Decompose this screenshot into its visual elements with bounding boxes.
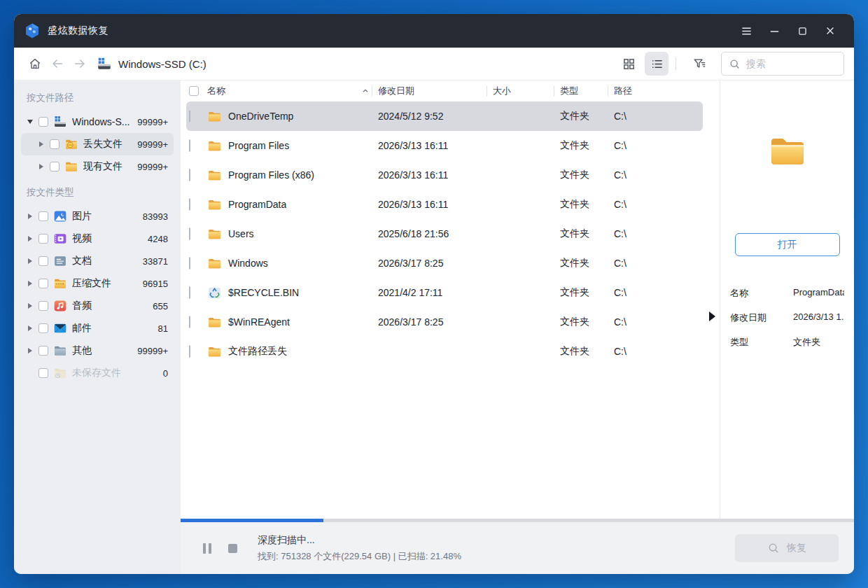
select-all-checkbox[interactable]: [189, 86, 199, 96]
item-checkbox[interactable]: [38, 117, 48, 127]
file-path: C:\: [614, 316, 703, 328]
column-date[interactable]: 修改日期: [378, 85, 493, 97]
file-type: 文件夹: [560, 257, 614, 270]
item-checkbox[interactable]: [38, 256, 48, 266]
file-path: C:\: [614, 140, 703, 151]
row-checkbox[interactable]: [189, 227, 190, 240]
app-window: 盛炫数据恢复: [14, 14, 854, 574]
table-row[interactable]: OneDriveTemp2024/5/12 9:52文件夹C:\: [186, 102, 703, 131]
preview-folder-icon: [767, 131, 808, 172]
table-row[interactable]: Users2025/6/18 21:56文件夹C:\: [186, 219, 703, 248]
filter-button[interactable]: [687, 52, 711, 76]
sidebar-item-other[interactable]: 其他99999+: [21, 340, 174, 362]
search-box[interactable]: [721, 52, 844, 76]
item-checkbox[interactable]: [38, 301, 48, 311]
sidebar-item-image[interactable]: 图片83993: [21, 205, 174, 227]
expand-arrow-icon[interactable]: [27, 303, 34, 309]
row-checkbox[interactable]: [189, 257, 190, 270]
item-checkbox[interactable]: [38, 279, 48, 288]
close-button[interactable]: [816, 19, 844, 43]
detail-label: 名称: [730, 287, 793, 300]
expand-arrow-icon[interactable]: [27, 258, 34, 264]
maximize-button[interactable]: [788, 19, 816, 43]
row-checkbox[interactable]: [189, 169, 190, 181]
row-checkbox[interactable]: [189, 316, 190, 328]
recover-button[interactable]: 恢复: [735, 534, 839, 562]
expand-arrow-icon[interactable]: [27, 281, 34, 286]
sidebar-item-label: 视频: [72, 232, 92, 245]
row-checkbox[interactable]: [189, 286, 190, 299]
item-checkbox[interactable]: [38, 323, 48, 333]
item-checkbox[interactable]: [38, 234, 48, 244]
row-checkbox[interactable]: [189, 139, 190, 152]
file-path: C:\: [614, 199, 703, 210]
row-checkbox[interactable]: [189, 198, 190, 211]
sidebar-item-zip[interactable]: 压缩文件96915: [21, 272, 174, 295]
sidebar-item-label: 其他: [72, 344, 92, 357]
table-row[interactable]: Program Files (x86)2026/3/13 16:11文件夹C:\: [186, 160, 703, 190]
table-row[interactable]: Program Files2026/3/13 16:11文件夹C:\: [186, 131, 703, 160]
item-checkbox[interactable]: [38, 211, 48, 221]
item-checkbox[interactable]: [38, 368, 48, 378]
search-input[interactable]: [746, 58, 836, 69]
table-row[interactable]: ProgramData2026/3/13 16:11文件夹C:\: [186, 190, 703, 219]
expand-arrow-icon[interactable]: [27, 120, 34, 124]
sidebar-item-label: 未保存文件: [72, 367, 121, 379]
expand-arrow-icon[interactable]: [27, 348, 34, 354]
row-checkbox[interactable]: [189, 110, 190, 122]
sidebar-item-mail[interactable]: 邮件81: [21, 317, 174, 340]
item-checkbox[interactable]: [50, 162, 59, 172]
forward-button[interactable]: [69, 52, 91, 75]
table-row[interactable]: Windows2026/3/17 8:25文件夹C:\: [186, 248, 703, 278]
sidebar-item-folder-lost[interactable]: 丢失文件99999+: [21, 133, 174, 155]
row-checkbox[interactable]: [189, 345, 190, 358]
column-path[interactable]: 路径: [614, 85, 720, 97]
open-button[interactable]: 打开: [735, 233, 840, 256]
column-size[interactable]: 大小: [493, 85, 560, 97]
table-row[interactable]: $WinREAgent2026/3/17 8:25文件夹C:\: [186, 307, 703, 337]
sidebar-item-unsaved[interactable]: 未保存文件0: [21, 362, 174, 384]
file-date: 2026/3/17 8:25: [378, 258, 493, 269]
file-name: Windows: [228, 258, 268, 269]
grid-view-button[interactable]: [617, 52, 640, 76]
pause-scan-button[interactable]: [202, 542, 213, 554]
sidebar-item-drive[interactable]: Windows-S...99999+: [21, 111, 174, 133]
file-path: C:\: [614, 346, 703, 357]
mail-icon: [53, 321, 67, 335]
expand-arrow-icon[interactable]: [27, 326, 34, 331]
sidebar-item-doc[interactable]: 文档33871: [21, 250, 174, 272]
expand-arrow-icon[interactable]: [27, 214, 34, 219]
sidebar-item-audio[interactable]: 音频655: [21, 295, 174, 317]
breadcrumb[interactable]: Windows-SSD (C:): [97, 56, 206, 71]
search-icon: [729, 58, 741, 70]
item-checkbox[interactable]: [38, 346, 48, 356]
drive-icon: [53, 115, 67, 129]
list-view-button[interactable]: [645, 52, 668, 76]
file-date: 2026/3/17 8:25: [378, 316, 493, 328]
file-type: 文件夹: [560, 286, 614, 299]
sidebar-section-label: 按文件路径: [21, 83, 174, 111]
minimize-button[interactable]: [760, 19, 788, 43]
other-icon: [53, 344, 67, 358]
home-button[interactable]: [24, 52, 46, 75]
table-row[interactable]: $RECYCLE.BIN2021/4/2 17:11文件夹C:\: [186, 278, 703, 307]
collapse-panel-icon[interactable]: [709, 312, 715, 321]
expand-arrow-icon[interactable]: [38, 164, 45, 169]
folder-icon: [64, 160, 78, 174]
column-name[interactable]: 名称: [207, 85, 378, 97]
detail-label: 修改日期: [730, 312, 793, 324]
item-checkbox[interactable]: [50, 139, 59, 149]
image-icon: [53, 209, 67, 223]
stop-scan-button[interactable]: [227, 542, 238, 554]
menu-icon[interactable]: [732, 19, 760, 43]
column-type[interactable]: 类型: [560, 85, 614, 97]
back-button[interactable]: [46, 52, 69, 75]
sidebar-item-label: 压缩文件: [72, 277, 111, 290]
file-date: 2021/4/2 17:11: [378, 287, 493, 298]
expand-arrow-icon[interactable]: [27, 236, 34, 241]
sidebar-item-video[interactable]: 视频4248: [21, 227, 174, 250]
sidebar-item-folder[interactable]: 现有文件99999+: [21, 155, 174, 178]
table-row[interactable]: 文件路径丢失文件夹C:\: [186, 337, 703, 366]
zip-icon: [53, 276, 67, 290]
expand-arrow-icon[interactable]: [38, 141, 45, 147]
